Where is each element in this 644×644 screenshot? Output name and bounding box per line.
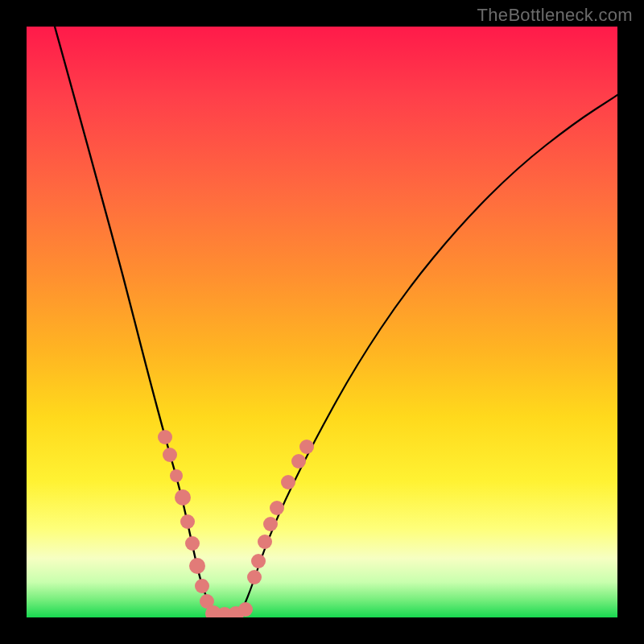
- marker-left-2: [170, 469, 183, 482]
- marker-layer: [158, 430, 314, 617]
- marker-left-0: [158, 430, 172, 444]
- marker-right-7: [299, 440, 314, 454]
- marker-right-6: [291, 454, 306, 469]
- marker-left-4: [180, 514, 195, 529]
- marker-right-2: [258, 535, 272, 549]
- watermark-text: TheBottleneck.com: [477, 5, 633, 26]
- marker-right-4: [270, 501, 284, 515]
- chart-frame: TheBottleneck.com: [0, 0, 644, 644]
- right-branch-curve: [239, 95, 617, 616]
- curve-layer: [27, 27, 617, 617]
- marker-right-0: [247, 570, 262, 584]
- left-branch-curve: [55, 27, 217, 616]
- marker-left-1: [163, 448, 177, 462]
- plot-area: [27, 27, 617, 617]
- marker-bottom-3: [238, 602, 253, 617]
- marker-right-5: [281, 475, 295, 489]
- marker-left-7: [195, 579, 209, 593]
- marker-right-1: [251, 554, 266, 568]
- marker-left-3: [175, 489, 191, 506]
- marker-right-3: [263, 517, 278, 531]
- marker-left-5: [185, 536, 200, 551]
- marker-left-6: [189, 558, 205, 574]
